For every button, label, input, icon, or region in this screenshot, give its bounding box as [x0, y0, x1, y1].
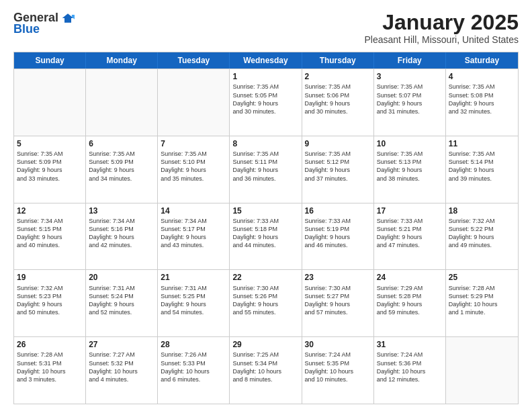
day-number: 8 [232, 138, 298, 149]
day-info: Sunrise: 7:25 AM Sunset: 5:34 PM Dayligh… [232, 351, 298, 383]
cal-cell: 18Sunrise: 7:32 AM Sunset: 5:22 PM Dayli… [446, 203, 518, 270]
cal-cell: 15Sunrise: 7:33 AM Sunset: 5:18 PM Dayli… [230, 203, 302, 270]
day-info: Sunrise: 7:32 AM Sunset: 5:22 PM Dayligh… [449, 217, 515, 250]
cal-cell: 14Sunrise: 7:34 AM Sunset: 5:17 PM Dayli… [158, 203, 230, 270]
week-row-1: 1Sunrise: 7:35 AM Sunset: 5:05 PM Daylig… [14, 68, 518, 136]
day-number: 9 [305, 138, 371, 149]
cal-cell [446, 337, 518, 404]
day-info: Sunrise: 7:35 AM Sunset: 5:09 PM Dayligh… [17, 150, 83, 183]
cal-cell: 26Sunrise: 7:28 AM Sunset: 5:31 PM Dayli… [14, 337, 86, 404]
header-day-thursday: Thursday [302, 52, 374, 68]
day-number: 30 [305, 339, 371, 350]
day-number: 26 [17, 339, 83, 350]
header-day-monday: Monday [86, 52, 158, 68]
day-info: Sunrise: 7:35 AM Sunset: 5:07 PM Dayligh… [377, 83, 443, 116]
day-info: Sunrise: 7:33 AM Sunset: 5:21 PM Dayligh… [377, 217, 443, 250]
calendar-body: 1Sunrise: 7:35 AM Sunset: 5:05 PM Daylig… [14, 68, 518, 404]
day-number: 18 [449, 205, 515, 216]
cal-cell: 11Sunrise: 7:35 AM Sunset: 5:14 PM Dayli… [446, 136, 518, 203]
cal-cell: 31Sunrise: 7:24 AM Sunset: 5:36 PM Dayli… [374, 337, 446, 404]
day-number: 20 [89, 272, 154, 283]
cal-cell [14, 69, 86, 136]
day-info: Sunrise: 7:33 AM Sunset: 5:19 PM Dayligh… [305, 217, 371, 250]
day-number: 29 [232, 339, 298, 350]
header-day-sunday: Sunday [14, 52, 86, 68]
cal-cell: 2Sunrise: 7:35 AM Sunset: 5:06 PM Daylig… [302, 69, 374, 136]
header-day-tuesday: Tuesday [158, 52, 230, 68]
header-day-friday: Friday [374, 52, 446, 68]
day-number: 21 [161, 272, 226, 283]
cal-cell [86, 69, 158, 136]
cal-cell: 28Sunrise: 7:26 AM Sunset: 5:33 PM Dayli… [158, 337, 230, 404]
day-number: 14 [161, 205, 226, 216]
cal-cell: 20Sunrise: 7:31 AM Sunset: 5:24 PM Dayli… [86, 270, 158, 336]
cal-cell: 30Sunrise: 7:24 AM Sunset: 5:35 PM Dayli… [302, 337, 374, 404]
day-info: Sunrise: 7:29 AM Sunset: 5:28 PM Dayligh… [377, 284, 443, 317]
cal-cell: 8Sunrise: 7:35 AM Sunset: 5:11 PM Daylig… [230, 136, 302, 203]
day-info: Sunrise: 7:33 AM Sunset: 5:18 PM Dayligh… [232, 217, 298, 250]
week-row-3: 12Sunrise: 7:34 AM Sunset: 5:15 PM Dayli… [14, 203, 518, 270]
day-info: Sunrise: 7:35 AM Sunset: 5:08 PM Dayligh… [449, 83, 515, 116]
day-info: Sunrise: 7:30 AM Sunset: 5:27 PM Dayligh… [305, 284, 371, 317]
cal-cell: 21Sunrise: 7:31 AM Sunset: 5:25 PM Dayli… [158, 270, 230, 336]
day-info: Sunrise: 7:35 AM Sunset: 5:06 PM Dayligh… [305, 83, 371, 116]
day-number: 12 [17, 205, 83, 216]
day-info: Sunrise: 7:35 AM Sunset: 5:10 PM Dayligh… [161, 150, 226, 183]
day-number: 23 [305, 272, 371, 283]
cal-cell: 5Sunrise: 7:35 AM Sunset: 5:09 PM Daylig… [14, 136, 86, 203]
day-number: 6 [89, 138, 154, 149]
page: General Blue January 2025 Pleasant Hill,… [0, 0, 532, 411]
calendar-subtitle: Pleasant Hill, Missouri, United States [364, 34, 519, 45]
day-number: 5 [17, 138, 83, 149]
day-number: 16 [305, 205, 371, 216]
cal-cell: 12Sunrise: 7:34 AM Sunset: 5:15 PM Dayli… [14, 203, 86, 270]
day-info: Sunrise: 7:32 AM Sunset: 5:23 PM Dayligh… [17, 284, 83, 317]
day-info: Sunrise: 7:26 AM Sunset: 5:33 PM Dayligh… [161, 351, 226, 383]
day-number: 22 [232, 272, 298, 283]
day-number: 27 [89, 339, 154, 350]
day-info: Sunrise: 7:35 AM Sunset: 5:14 PM Dayligh… [449, 150, 515, 183]
day-info: Sunrise: 7:34 AM Sunset: 5:15 PM Dayligh… [17, 217, 83, 250]
title-section: January 2025 Pleasant Hill, Missouri, Un… [364, 11, 519, 45]
day-info: Sunrise: 7:35 AM Sunset: 5:11 PM Dayligh… [232, 150, 298, 183]
day-info: Sunrise: 7:34 AM Sunset: 5:16 PM Dayligh… [89, 217, 154, 250]
day-number: 24 [377, 272, 443, 283]
day-info: Sunrise: 7:35 AM Sunset: 5:05 PM Dayligh… [232, 83, 298, 116]
cal-cell: 4Sunrise: 7:35 AM Sunset: 5:08 PM Daylig… [446, 69, 518, 136]
cal-cell: 19Sunrise: 7:32 AM Sunset: 5:23 PM Dayli… [14, 270, 86, 336]
cal-cell: 10Sunrise: 7:35 AM Sunset: 5:13 PM Dayli… [374, 136, 446, 203]
day-number: 2 [305, 71, 371, 82]
calendar: SundayMondayTuesdayWednesdayThursdayFrid… [13, 52, 519, 404]
header-day-wednesday: Wednesday [230, 52, 302, 68]
day-number: 10 [377, 138, 443, 149]
calendar-header: SundayMondayTuesdayWednesdayThursdayFrid… [14, 52, 518, 68]
logo: General Blue [13, 11, 75, 36]
cal-cell: 24Sunrise: 7:29 AM Sunset: 5:28 PM Dayli… [374, 270, 446, 336]
day-number: 3 [377, 71, 443, 82]
day-number: 7 [161, 138, 226, 149]
cal-cell: 27Sunrise: 7:27 AM Sunset: 5:32 PM Dayli… [86, 337, 158, 404]
day-number: 4 [449, 71, 515, 82]
header: General Blue January 2025 Pleasant Hill,… [13, 11, 519, 45]
cal-cell: 9Sunrise: 7:35 AM Sunset: 5:12 PM Daylig… [302, 136, 374, 203]
cal-cell: 23Sunrise: 7:30 AM Sunset: 5:27 PM Dayli… [302, 270, 374, 336]
week-row-4: 19Sunrise: 7:32 AM Sunset: 5:23 PM Dayli… [14, 269, 518, 336]
day-info: Sunrise: 7:35 AM Sunset: 5:12 PM Dayligh… [305, 150, 371, 183]
day-number: 17 [377, 205, 443, 216]
day-info: Sunrise: 7:28 AM Sunset: 5:31 PM Dayligh… [17, 351, 83, 383]
week-row-5: 26Sunrise: 7:28 AM Sunset: 5:31 PM Dayli… [14, 336, 518, 404]
week-row-2: 5Sunrise: 7:35 AM Sunset: 5:09 PM Daylig… [14, 136, 518, 203]
cal-cell: 7Sunrise: 7:35 AM Sunset: 5:10 PM Daylig… [158, 136, 230, 203]
calendar-title: January 2025 [364, 11, 519, 34]
day-info: Sunrise: 7:34 AM Sunset: 5:17 PM Dayligh… [161, 217, 226, 250]
svg-marker-1 [72, 15, 75, 19]
day-info: Sunrise: 7:35 AM Sunset: 5:09 PM Dayligh… [89, 150, 154, 183]
cal-cell [158, 69, 230, 136]
cal-cell: 16Sunrise: 7:33 AM Sunset: 5:19 PM Dayli… [302, 203, 374, 270]
cal-cell: 6Sunrise: 7:35 AM Sunset: 5:09 PM Daylig… [86, 136, 158, 203]
day-info: Sunrise: 7:24 AM Sunset: 5:36 PM Dayligh… [377, 351, 443, 383]
day-info: Sunrise: 7:24 AM Sunset: 5:35 PM Dayligh… [305, 351, 371, 383]
cal-cell: 1Sunrise: 7:35 AM Sunset: 5:05 PM Daylig… [230, 69, 302, 136]
day-info: Sunrise: 7:30 AM Sunset: 5:26 PM Dayligh… [232, 284, 298, 317]
header-day-saturday: Saturday [446, 52, 518, 68]
